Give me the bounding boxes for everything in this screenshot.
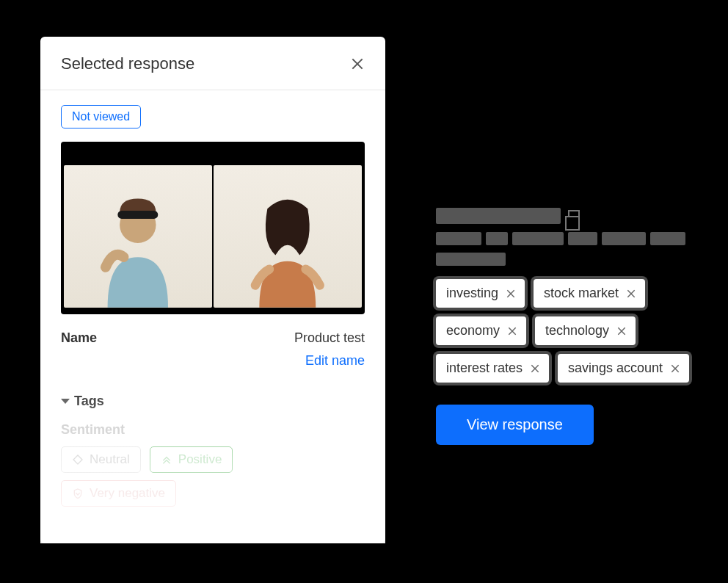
panel-title: Selected response — [61, 54, 194, 73]
topic-chip-label: investing — [446, 286, 498, 301]
close-icon[interactable] — [626, 289, 636, 299]
close-icon[interactable] — [670, 363, 680, 374]
topic-chip[interactable]: interest rates — [436, 354, 549, 383]
double-chevron-up-icon — [161, 454, 172, 466]
sentiment-chip-label: Positive — [178, 452, 222, 467]
topic-tag-row: investing stock market economy technolog… — [436, 279, 707, 383]
topic-chip-label: stock market — [544, 286, 619, 301]
person-avatar-icon — [79, 187, 197, 308]
panel-header: Selected response — [40, 37, 385, 90]
name-label: Name — [61, 330, 97, 346]
svg-rect-3 — [118, 211, 159, 219]
redacted-text-bar — [602, 232, 646, 245]
external-link-icon[interactable] — [568, 210, 580, 222]
sentiment-chip-positive[interactable]: Positive — [150, 446, 233, 473]
name-row: Name Product test — [61, 330, 365, 346]
close-icon[interactable] — [506, 289, 516, 299]
redacted-text-bar — [568, 232, 597, 245]
close-icon[interactable] — [616, 326, 627, 336]
tags-title: Tags — [74, 394, 104, 409]
selected-response-panel: Selected response Not viewed — [40, 37, 385, 543]
view-response-button[interactable]: View response — [436, 405, 594, 445]
redacted-text-bar — [436, 208, 561, 224]
video-tiles — [61, 142, 365, 314]
tags-section-header[interactable]: Tags — [61, 394, 365, 409]
topic-chip[interactable]: investing — [436, 279, 525, 308]
status-badge[interactable]: Not viewed — [61, 105, 141, 128]
topic-chip[interactable]: stock market — [534, 279, 645, 308]
redacted-text-bar — [436, 253, 506, 266]
close-icon[interactable] — [530, 363, 540, 374]
participant-tile-2 — [214, 165, 362, 308]
shield-down-icon — [72, 488, 84, 499]
topic-chip[interactable]: technology — [535, 316, 636, 345]
edit-name-link[interactable]: Edit name — [61, 353, 365, 369]
right-header — [436, 206, 707, 226]
caret-down-icon — [61, 399, 70, 404]
sentiment-label: Sentiment — [61, 422, 365, 438]
sentiment-chip-very-negative[interactable]: Very negative — [61, 480, 176, 507]
right-block: investing stock market economy technolog… — [436, 206, 707, 445]
right-subheader — [436, 232, 707, 266]
person-avatar-icon — [228, 187, 347, 308]
panel-body: Not viewed — [40, 90, 385, 507]
name-value: Product test — [294, 330, 365, 346]
sentiment-chip-neutral[interactable]: Neutral — [61, 446, 141, 473]
redacted-text-bar — [650, 232, 685, 245]
topic-chip-label: interest rates — [446, 361, 523, 376]
sentiment-row: Very negative — [61, 480, 365, 507]
sentiment-chip-label: Very negative — [90, 486, 165, 501]
redacted-text-bar — [512, 232, 564, 245]
diamond-icon — [72, 454, 84, 466]
topic-chip-label: technology — [545, 323, 609, 338]
video-thumbnail[interactable] — [61, 142, 365, 314]
close-icon[interactable] — [350, 57, 365, 71]
close-icon[interactable] — [507, 326, 517, 336]
sentiment-chip-label: Neutral — [90, 452, 130, 467]
sentiment-row: Neutral Positive — [61, 446, 365, 473]
topic-chip[interactable]: economy — [436, 316, 526, 345]
topic-chip-label: economy — [446, 323, 500, 338]
redacted-text-bar — [436, 232, 481, 245]
redacted-text-bar — [486, 232, 508, 245]
participant-tile-1 — [64, 165, 212, 308]
topic-chip[interactable]: savings account — [558, 354, 689, 383]
topic-chip-label: savings account — [568, 361, 663, 376]
